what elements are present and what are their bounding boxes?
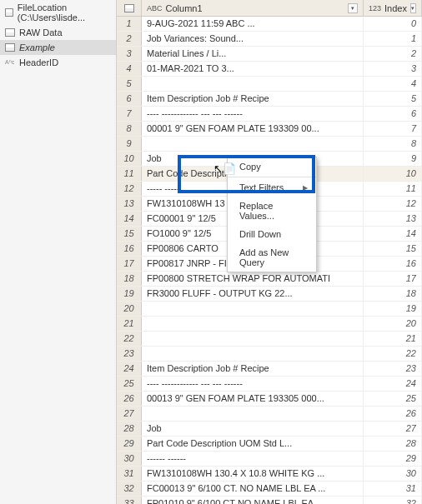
table-row[interactable]: 25---- ------------ --- --- ------24	[117, 377, 422, 392]
row-number[interactable]: 4	[117, 62, 142, 76]
table-row[interactable]: 98	[117, 137, 422, 152]
table-row[interactable]: 6Item Description Job # Recipe5	[117, 92, 422, 107]
cell-index[interactable]: 25	[364, 392, 422, 406]
table-row[interactable]: 3 Material Lines / Li...2	[117, 47, 422, 62]
cell-column1[interactable]: FP00800 STRETCH WRAP FOR AUTOMATI	[142, 272, 364, 286]
row-number[interactable]: 32	[117, 482, 142, 496]
table-row[interactable]: 19 FR3000 FLUFF - OUTPUT KG 22...18	[117, 287, 422, 302]
sidebar-item-example[interactable]: Example	[0, 40, 116, 55]
sidebar-item-filelocation[interactable]: FileLocation (C:\Users\lisde...	[0, 0, 116, 25]
table-row[interactable]: 7---- ------------ --- --- ------6	[117, 107, 422, 122]
cell-index[interactable]: 8	[364, 137, 422, 151]
table-row[interactable]: 2120	[117, 317, 422, 332]
cell-index[interactable]: 10	[364, 167, 422, 181]
cell-column1[interactable]	[142, 407, 364, 421]
row-number[interactable]: 24	[117, 362, 142, 376]
cell-index[interactable]: 14	[364, 227, 422, 241]
row-number[interactable]: 7	[117, 107, 142, 121]
row-number[interactable]: 28	[117, 422, 142, 436]
cell-index[interactable]: 5	[364, 92, 422, 106]
context-menu-replace-values[interactable]: Replace Values...	[228, 197, 316, 225]
cell-column1[interactable]	[142, 347, 364, 361]
row-number[interactable]: 22	[117, 332, 142, 346]
row-number[interactable]: 8	[117, 122, 142, 136]
row-number[interactable]: 23	[117, 347, 142, 361]
row-number[interactable]: 26	[117, 392, 142, 406]
cell-index[interactable]: 16	[364, 257, 422, 271]
sidebar-item-rawdata[interactable]: RAW Data	[0, 25, 116, 40]
row-number[interactable]: 5	[117, 77, 142, 91]
row-number[interactable]: 33	[117, 497, 142, 504]
table-row[interactable]: 28 Job27	[117, 422, 422, 437]
cell-index[interactable]: 15	[364, 242, 422, 256]
row-number[interactable]: 13	[117, 197, 142, 211]
cell-index[interactable]: 7	[364, 122, 422, 136]
cell-index[interactable]: 3	[364, 62, 422, 76]
cell-index[interactable]: 22	[364, 347, 422, 361]
context-menu-copy[interactable]: Copy	[228, 157, 316, 176]
cell-index[interactable]: 24	[364, 377, 422, 391]
cell-column1[interactable]	[142, 317, 364, 331]
row-number[interactable]: 15	[117, 227, 142, 241]
cell-column1[interactable]	[142, 332, 364, 346]
sidebar-item-headerid[interactable]: Aᵇc HeaderID	[0, 55, 116, 70]
cell-column1[interactable]	[142, 137, 364, 151]
cell-column1[interactable]: ------ ------	[142, 452, 364, 466]
cell-column1[interactable]: Material Lines / Li...	[142, 47, 364, 61]
context-menu-text-filters[interactable]: Text Filters ▶	[228, 178, 316, 197]
table-row[interactable]: 33 FP01010 9" 6/100 CT NO NAME LBL EA ..…	[117, 497, 422, 504]
row-number[interactable]: 3	[117, 47, 142, 61]
cell-index[interactable]: 20	[364, 317, 422, 331]
row-number[interactable]: 6	[117, 92, 142, 106]
row-number[interactable]: 11	[117, 167, 142, 181]
cell-column1[interactable]: 00001 9" GEN FOAM PLATE 193309 00...	[142, 122, 364, 136]
row-number[interactable]: 31	[117, 467, 142, 481]
table-row[interactable]: 32 FC00013 9" 6/100 CT. NO NAME LBL EA .…	[117, 482, 422, 497]
table-row[interactable]: 31 FW1310108WH 130.4 X 10.8 WHITE KG ...…	[117, 467, 422, 482]
cell-index[interactable]: 19	[364, 302, 422, 316]
column-header-index[interactable]: 123 Index ▾	[364, 0, 422, 16]
cell-index[interactable]: 0	[364, 17, 422, 31]
cell-index[interactable]: 6	[364, 107, 422, 121]
row-number[interactable]: 17	[117, 257, 142, 271]
cell-column1[interactable]: Job	[142, 422, 364, 436]
row-number[interactable]: 10	[117, 152, 142, 166]
cell-column1[interactable]	[142, 302, 364, 316]
column-header-column1[interactable]: ABC Column1 ▾	[142, 0, 364, 16]
cell-index[interactable]: 12	[364, 197, 422, 211]
cell-index[interactable]: 11	[364, 182, 422, 196]
cell-column1[interactable]: FC00013 9" 6/100 CT. NO NAME LBL EA ...	[142, 482, 364, 496]
table-row[interactable]: 29 Part Code Description UOM Std L...28	[117, 437, 422, 452]
cell-column1[interactable]: 9-AUG-2021 11:59 ABC ...	[142, 17, 364, 31]
row-number[interactable]: 19	[117, 287, 142, 301]
cell-index[interactable]: 21	[364, 332, 422, 346]
filter-dropdown-icon[interactable]: ▾	[348, 3, 358, 13]
filter-dropdown-icon[interactable]: ▾	[410, 3, 416, 13]
cell-index[interactable]: 30	[364, 467, 422, 481]
cell-column1[interactable]: Part Code Description UOM Std L...	[142, 437, 364, 451]
cell-column1[interactable]: Item Description Job # Recipe	[142, 362, 364, 376]
row-number[interactable]: 1	[117, 17, 142, 31]
table-row[interactable]: 2019	[117, 302, 422, 317]
table-row[interactable]: 800001 9" GEN FOAM PLATE 193309 00...7	[117, 122, 422, 137]
cell-column1[interactable]: Job Variances: Sound...	[142, 32, 364, 46]
row-number[interactable]: 25	[117, 377, 142, 391]
table-row[interactable]: 2726	[117, 407, 422, 422]
table-row[interactable]: 4 01-MAR-2021 TO 3...3	[117, 62, 422, 77]
cell-column1[interactable]: Item Description Job # Recipe	[142, 92, 364, 106]
row-number[interactable]: 2	[117, 32, 142, 46]
table-row[interactable]: 30 ------ ------29	[117, 452, 422, 467]
cell-index[interactable]: 9	[364, 152, 422, 166]
table-row[interactable]: 54	[117, 77, 422, 92]
row-number[interactable]: 16	[117, 242, 142, 256]
row-number[interactable]: 12	[117, 182, 142, 196]
table-row[interactable]: 2322	[117, 347, 422, 362]
cell-column1[interactable]: 00013 9" GEN FOAM PLATE 193305 000...	[142, 392, 364, 406]
row-number[interactable]: 29	[117, 437, 142, 451]
cell-column1[interactable]: ---- ------------ --- --- ------	[142, 107, 364, 121]
cell-index[interactable]: 32	[364, 497, 422, 504]
table-row[interactable]: 2600013 9" GEN FOAM PLATE 193305 000...2…	[117, 392, 422, 407]
cell-column1[interactable]: FW1310108WH 130.4 X 10.8 WHITE KG ...	[142, 467, 364, 481]
table-row[interactable]: 18 FP00800 STRETCH WRAP FOR AUTOMATI17	[117, 272, 422, 287]
cell-index[interactable]: 1	[364, 32, 422, 46]
